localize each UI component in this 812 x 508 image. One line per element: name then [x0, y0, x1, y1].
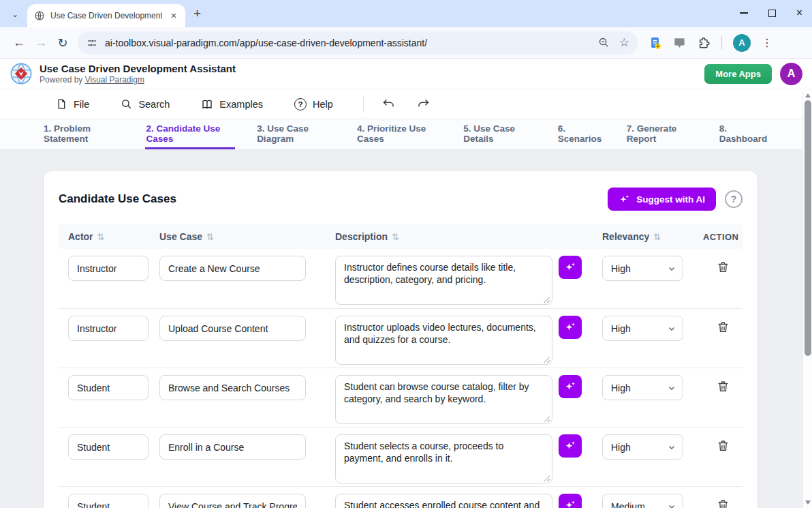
- scrollbar-thumb[interactable]: [805, 100, 811, 356]
- page-scrollbar[interactable]: [802, 90, 812, 508]
- help-icon: ?: [294, 98, 307, 110]
- relevancy-select[interactable]: High: [602, 316, 683, 341]
- ai-suggest-row-button[interactable]: [559, 434, 582, 458]
- feedback-extension-icon[interactable]: [673, 36, 686, 49]
- use-case-input[interactable]: [159, 434, 306, 460]
- zoom-out-icon[interactable]: [598, 37, 610, 48]
- window-maximize-button[interactable]: [768, 10, 776, 17]
- sparkle-icon: [564, 321, 576, 333]
- browser-menu-icon[interactable]: ⋮: [762, 36, 772, 49]
- actor-input[interactable]: [68, 256, 149, 281]
- table-body: Instructor defines course details like t…: [59, 249, 743, 508]
- use-case-input[interactable]: [159, 494, 306, 508]
- more-apps-button[interactable]: More Apps: [704, 64, 772, 84]
- app-menubar: File Search Examples ? Help: [0, 89, 812, 119]
- redo-icon[interactable]: [416, 97, 431, 111]
- column-header-use-case[interactable]: Use Case⇅: [159, 231, 335, 242]
- user-avatar[interactable]: A: [780, 63, 802, 85]
- ai-suggest-row-button[interactable]: [559, 494, 582, 508]
- menu-file[interactable]: File: [48, 93, 97, 115]
- table-header: Actor⇅ Use Case⇅ Description⇅ Relevancy⇅…: [59, 224, 743, 249]
- menu-help[interactable]: ? Help: [286, 93, 341, 115]
- step-tab[interactable]: 8. Dashboard: [718, 119, 770, 149]
- relevancy-select[interactable]: High: [602, 375, 683, 400]
- use-case-input[interactable]: [159, 316, 306, 341]
- step-tab[interactable]: 7. Generate Report: [625, 119, 698, 149]
- browser-profile-avatar[interactable]: A: [733, 34, 751, 52]
- menu-search[interactable]: Search: [112, 93, 178, 115]
- delete-row-icon[interactable]: [717, 498, 730, 508]
- actor-input[interactable]: [68, 375, 149, 400]
- table-row: Student can browse course catalog, filte…: [59, 368, 743, 427]
- docs-extension-icon[interactable]: [649, 36, 662, 50]
- visual-paradigm-link[interactable]: Visual Paradigm: [85, 75, 144, 85]
- new-tab-button[interactable]: +: [193, 6, 201, 21]
- tab-close-icon[interactable]: ×: [168, 10, 180, 22]
- step-tab[interactable]: 5. Use Case Details: [462, 119, 536, 149]
- forward-icon[interactable]: →: [30, 35, 52, 50]
- chevron-down-icon: [668, 443, 676, 451]
- extensions-puzzle-icon[interactable]: [697, 36, 710, 50]
- file-icon: [56, 98, 67, 110]
- tab-search-button[interactable]: ⌄: [5, 5, 25, 24]
- panel-help-icon[interactable]: ?: [725, 190, 743, 208]
- undo-icon[interactable]: [381, 97, 396, 111]
- actor-input[interactable]: [68, 494, 149, 508]
- scrollbar-up-icon[interactable]: [805, 93, 811, 98]
- use-case-input[interactable]: [159, 375, 306, 400]
- step-tab[interactable]: 6. Scenarios: [557, 119, 605, 149]
- delete-row-icon[interactable]: [717, 260, 730, 273]
- column-header-actor[interactable]: Actor⇅: [59, 231, 159, 242]
- back-icon[interactable]: ←: [8, 35, 30, 50]
- globe-favicon-icon: [34, 10, 45, 21]
- menu-examples[interactable]: Examples: [193, 93, 271, 115]
- delete-row-icon[interactable]: [717, 320, 730, 333]
- bookmark-star-icon[interactable]: ☆: [619, 35, 629, 50]
- description-textarea[interactable]: Student can browse course catalog, filte…: [335, 375, 552, 424]
- description-textarea[interactable]: Instructor defines course details like t…: [335, 256, 552, 305]
- step-tab[interactable]: 3. Use Case Diagram: [255, 119, 335, 149]
- relevancy-select[interactable]: Medium: [602, 494, 683, 508]
- delete-row-icon[interactable]: [717, 439, 730, 452]
- relevancy-select[interactable]: High: [602, 434, 683, 460]
- actor-input[interactable]: [68, 434, 149, 460]
- page-title: Candidate Use Cases: [59, 192, 176, 206]
- sparkle-icon: [564, 440, 576, 452]
- sort-icon: ⇅: [653, 232, 661, 242]
- step-tab[interactable]: 4. Prioritize Use Cases: [356, 119, 441, 149]
- column-header-description[interactable]: Description⇅: [335, 231, 559, 242]
- sparkle-icon: [619, 194, 630, 205]
- site-info-icon[interactable]: [86, 37, 98, 49]
- reload-icon[interactable]: ↻: [52, 35, 74, 50]
- step-tab-label: 4. Prioritize Use Cases: [357, 123, 440, 144]
- step-tab[interactable]: 2. Candidate Use Cases: [145, 119, 236, 149]
- description-textarea[interactable]: Student accesses enrolled course content…: [335, 494, 552, 508]
- menubar-divider: [363, 96, 364, 113]
- table-row: Instructor uploads video lectures, docum…: [59, 308, 743, 368]
- actor-input[interactable]: [68, 316, 149, 341]
- search-icon: [121, 98, 132, 110]
- address-bar[interactable]: ai-toolbox.visual-paradigm.com/app/use-c…: [78, 31, 638, 55]
- use-case-input[interactable]: [159, 256, 306, 281]
- description-textarea[interactable]: Instructor uploads video lectures, docum…: [335, 316, 552, 365]
- candidate-use-cases-card: Candidate Use Cases Suggest with AI ? Ac…: [44, 171, 758, 508]
- sparkle-icon: [564, 380, 576, 393]
- ai-suggest-row-button[interactable]: [559, 316, 582, 339]
- table-row: Instructor defines course details like t…: [59, 249, 743, 308]
- delete-row-icon[interactable]: [717, 380, 730, 393]
- window-minimize-button[interactable]: [740, 12, 748, 14]
- suggest-with-ai-button[interactable]: Suggest with AI: [608, 188, 716, 211]
- menu-help-label: Help: [313, 99, 333, 110]
- column-header-relevancy[interactable]: Relevancy⇅: [602, 231, 703, 242]
- browser-tab[interactable]: Use Case Driven Development Assistant ×: [27, 4, 185, 27]
- ai-suggest-row-button[interactable]: [559, 256, 582, 279]
- step-tab[interactable]: 1. Problem Statement: [42, 119, 125, 149]
- window-close-button[interactable]: ×: [796, 7, 802, 19]
- ai-suggest-row-button[interactable]: [559, 375, 582, 398]
- relevancy-value: Medium: [611, 501, 645, 508]
- relevancy-select[interactable]: High: [602, 256, 683, 281]
- url-text[interactable]: ai-toolbox.visual-paradigm.com/app/use-c…: [105, 38, 427, 48]
- description-textarea[interactable]: Student selects a course, proceeds to pa…: [335, 434, 552, 483]
- page-content: Candidate Use Cases Suggest with AI ? Ac…: [0, 150, 812, 507]
- scrollbar-down-icon[interactable]: [805, 500, 811, 505]
